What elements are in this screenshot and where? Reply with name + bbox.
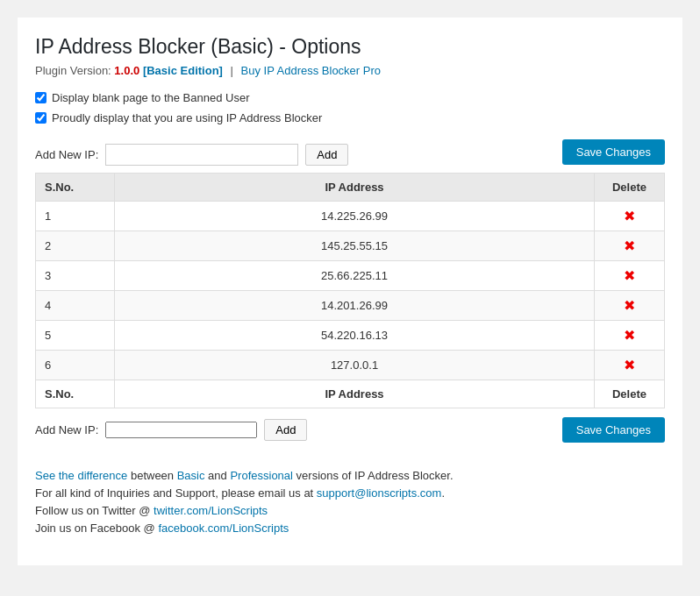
table-row: 325.66.225.11✖ bbox=[36, 261, 665, 291]
delete-icon[interactable]: ✖ bbox=[624, 208, 635, 224]
footer-between: between bbox=[131, 469, 177, 482]
table-cell-delete: ✖ bbox=[595, 261, 665, 291]
plugin-version-label: Plugin Version: bbox=[35, 64, 111, 77]
table-cell-delete: ✖ bbox=[595, 202, 665, 231]
table-cell-ip: 14.201.26.99 bbox=[115, 291, 595, 321]
add-ip-top-label: Add New IP: bbox=[35, 148, 98, 161]
table-row: 6127.0.0.1✖ bbox=[36, 351, 665, 380]
table-row: 2145.25.55.15✖ bbox=[36, 231, 665, 261]
table-cell-sno: 6 bbox=[36, 351, 115, 380]
checkbox-row-2: Proudly display that you are using IP Ad… bbox=[35, 111, 665, 124]
table-footer-sno: S.No. bbox=[36, 380, 115, 408]
table-cell-ip: 25.66.225.11 bbox=[115, 261, 595, 291]
table-header-row: S.No. IP Address Delete bbox=[36, 174, 665, 202]
footer-twitter-text: Follow us on Twitter @ bbox=[35, 504, 150, 517]
add-ip-top-row: Add New IP: Add bbox=[35, 144, 348, 166]
add-ip-top-input[interactable] bbox=[105, 144, 298, 166]
buy-pro-link[interactable]: Buy IP Address Blocker Pro bbox=[241, 64, 381, 77]
table-cell-delete: ✖ bbox=[595, 291, 665, 321]
support-email-link[interactable]: support@lionscripts.com bbox=[317, 486, 442, 500]
table-header-sno: S.No. bbox=[36, 174, 115, 202]
save-changes-bottom-button[interactable]: Save Changes bbox=[562, 417, 665, 443]
add-ip-bottom-label: Add New IP: bbox=[35, 423, 98, 436]
table-cell-ip: 54.220.16.13 bbox=[115, 321, 595, 351]
table-cell-delete: ✖ bbox=[595, 321, 665, 351]
table-cell-ip: 14.225.26.99 bbox=[115, 202, 595, 231]
table-row: 114.225.26.99✖ bbox=[36, 202, 665, 231]
footer-facebook-text: Join us on Facebook @ bbox=[35, 522, 155, 535]
delete-icon[interactable]: ✖ bbox=[624, 357, 635, 373]
table-row: 414.201.26.99✖ bbox=[36, 291, 665, 321]
footer-versions-text: versions of IP Address Blocker. bbox=[296, 469, 454, 482]
footer-facebook-line: Join us on Facebook @ facebook.com/LionS… bbox=[35, 522, 665, 535]
checkbox-proudly-display-label: Proudly display that you are using IP Ad… bbox=[52, 111, 322, 124]
delete-icon[interactable]: ✖ bbox=[624, 297, 635, 314]
add-ip-bottom-input[interactable] bbox=[105, 422, 257, 438]
footer-twitter-line: Follow us on Twitter @ twitter.com/LionS… bbox=[35, 504, 665, 517]
separator: | bbox=[231, 64, 233, 77]
add-ip-top-button[interactable]: Add bbox=[305, 144, 348, 166]
add-ip-bottom-button[interactable]: Add bbox=[264, 419, 307, 441]
table-row: 554.220.16.13✖ bbox=[36, 321, 665, 351]
save-changes-top-button[interactable]: Save Changes bbox=[562, 139, 665, 165]
edition-badge: [Basic Edition] bbox=[143, 64, 223, 77]
checkbox-row-1: Display blank page to the Banned User bbox=[35, 91, 665, 104]
table-footer-row: S.No. IP Address Delete bbox=[36, 380, 665, 408]
delete-icon[interactable]: ✖ bbox=[624, 267, 635, 284]
checkbox-blank-page[interactable] bbox=[35, 92, 46, 103]
footer-and: and bbox=[208, 469, 230, 482]
table-header-ip: IP Address bbox=[115, 174, 595, 202]
page-title: IP Address Blocker (Basic) - Options bbox=[35, 35, 665, 59]
table-footer-delete: Delete bbox=[595, 380, 665, 408]
facebook-link[interactable]: facebook.com/LionScripts bbox=[158, 522, 289, 535]
table-header-delete: Delete bbox=[595, 174, 665, 202]
plugin-version-line: Plugin Version: 1.0.0 [Basic Edition] | … bbox=[35, 64, 665, 77]
table-cell-delete: ✖ bbox=[595, 351, 665, 380]
table-cell-sno: 5 bbox=[36, 321, 115, 351]
professional-link[interactable]: Professional bbox=[230, 469, 293, 482]
top-add-save-row: Add New IP: Add Save Changes bbox=[35, 131, 665, 173]
checkbox-blank-page-label: Display blank page to the Banned User bbox=[52, 91, 249, 104]
table-cell-ip: 127.0.0.1 bbox=[115, 351, 595, 380]
checkbox-proudly-display[interactable] bbox=[35, 112, 46, 124]
delete-icon[interactable]: ✖ bbox=[624, 327, 635, 344]
table-cell-delete: ✖ bbox=[595, 231, 665, 261]
footer-support-text: For all kind of Inquiries and Support, p… bbox=[35, 486, 313, 500]
table-cell-sno: 2 bbox=[36, 231, 115, 261]
basic-link[interactable]: Basic bbox=[177, 469, 205, 482]
table-footer-ip: IP Address bbox=[115, 380, 595, 408]
footer-support-line: For all kind of Inquiries and Support, p… bbox=[35, 486, 665, 500]
table-cell-ip: 145.25.55.15 bbox=[115, 231, 595, 261]
ip-table: S.No. IP Address Delete 114.225.26.99✖21… bbox=[35, 173, 665, 408]
bottom-add-save-row: Add New IP: Add Save Changes bbox=[35, 417, 665, 443]
version-number: 1.0.0 bbox=[114, 64, 139, 77]
table-cell-sno: 3 bbox=[36, 261, 115, 291]
delete-icon[interactable]: ✖ bbox=[624, 238, 635, 254]
table-cell-sno: 4 bbox=[36, 291, 115, 321]
add-ip-bottom-left: Add New IP: Add bbox=[35, 419, 307, 441]
table-cell-sno: 1 bbox=[36, 202, 115, 231]
footer-diff-line: See the difference between Basic and Pro… bbox=[35, 469, 665, 482]
footer-section: See the difference between Basic and Pro… bbox=[35, 469, 665, 535]
twitter-link[interactable]: twitter.com/LionScripts bbox=[154, 504, 268, 517]
see-difference-link[interactable]: See the difference bbox=[35, 469, 127, 482]
